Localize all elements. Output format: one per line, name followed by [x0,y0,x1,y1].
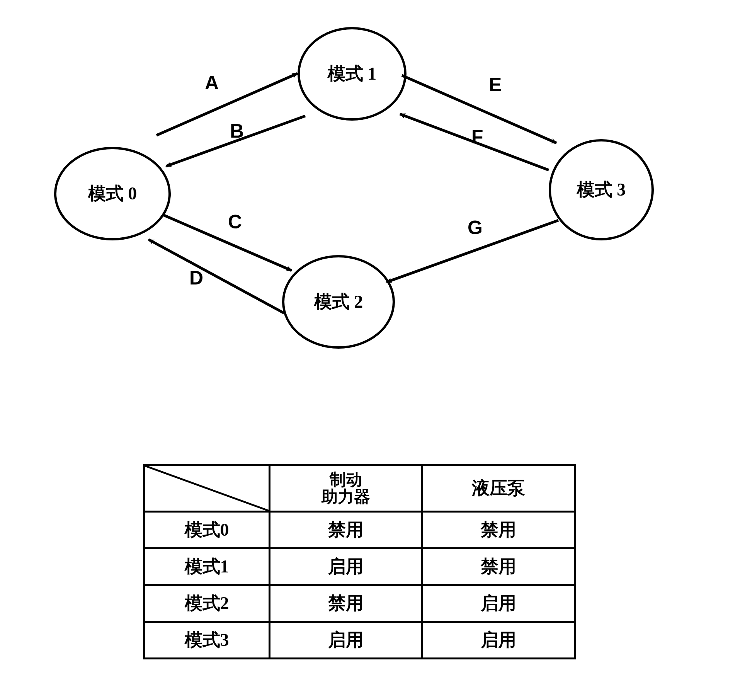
cell-pump: 禁用 [422,512,575,548]
state-mode3-label: 模式 3 [577,178,626,202]
table-header-pump: 液压泵 [422,465,575,512]
mode-table: 制动 助力器 液压泵 模式0 禁用 禁用 模式1 启用 禁用 模式2 禁用 启用… [143,464,576,659]
table-row: 模式1 启用 禁用 [144,548,575,585]
booster-line1: 制动 [330,471,362,489]
booster-line2: 助力器 [321,488,370,506]
cell-booster: 启用 [270,622,422,659]
diagram-canvas: 模式 0 模式 1 模式 2 模式 3 A B C D E F G [0,0,745,700]
edge-A [156,73,298,135]
cell-booster: 禁用 [270,585,422,622]
edge-label-D: D [189,267,203,289]
cell-pump: 启用 [422,622,575,659]
table-row: 模式2 禁用 启用 [144,585,575,622]
state-mode2-label: 模式 2 [314,290,363,314]
edge-C [162,215,292,271]
state-mode0-label: 模式 0 [88,182,137,206]
state-mode1-label: 模式 1 [328,62,377,86]
cell-mode: 模式1 [144,548,270,585]
diagonal-icon [145,466,269,511]
cell-booster: 禁用 [270,512,422,548]
state-mode1: 模式 1 [298,27,407,121]
edge-label-C: C [228,211,242,233]
state-mode3: 模式 3 [549,139,654,240]
edge-label-G: G [468,216,483,239]
table-row: 模式3 启用 启用 [144,622,575,659]
state-mode2: 模式 2 [282,255,395,349]
pump-header-text: 液压泵 [472,478,525,498]
edge-D [149,240,284,313]
edge-label-F: F [471,126,483,148]
edge-label-E: E [489,73,502,96]
state-mode0: 模式 0 [54,147,171,240]
cell-pump: 启用 [422,585,575,622]
table-row: 模式0 禁用 禁用 [144,512,575,548]
cell-mode: 模式3 [144,622,270,659]
svg-line-0 [145,466,269,511]
cell-booster: 启用 [270,548,422,585]
cell-mode: 模式0 [144,512,270,548]
edge-label-B: B [230,120,244,142]
table-header-blank [144,465,270,512]
cell-mode: 模式2 [144,585,270,622]
table-header-row: 制动 助力器 液压泵 [144,465,575,512]
cell-pump: 禁用 [422,548,575,585]
table-header-booster: 制动 助力器 [270,465,422,512]
edge-label-A: A [205,72,219,94]
